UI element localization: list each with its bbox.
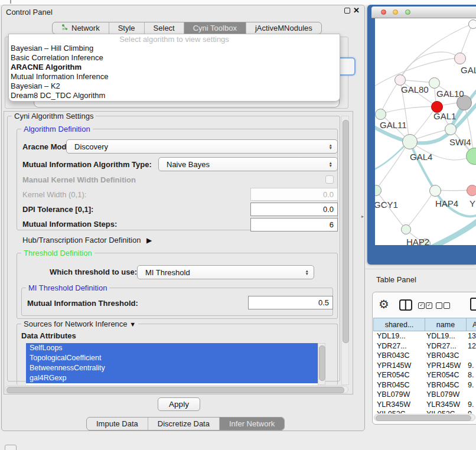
dropdown-item[interactable]: Bayesian – K2 xyxy=(9,81,340,91)
dropdown-item[interactable]: Dream8 DC_TDC Algorithm xyxy=(9,91,340,100)
sources-group-title[interactable]: Sources for Network Inference ▼ xyxy=(21,319,138,328)
cell-name: YLR345W xyxy=(426,400,460,410)
table-row[interactable]: YIL052C YIL052C 9 xyxy=(373,409,476,413)
cell-name: YER054C xyxy=(426,370,459,380)
dropdown-item[interactable]: Mutual Information Inference xyxy=(9,72,340,81)
table-hscrollbar[interactable] xyxy=(374,414,475,421)
bottom-left-partial-button[interactable] xyxy=(5,445,17,450)
network-node[interactable] xyxy=(445,123,457,135)
tab-select-label: Select xyxy=(154,24,175,32)
cell-value: 12 xyxy=(468,341,476,351)
network-node[interactable] xyxy=(468,19,476,29)
node-label: Y xyxy=(470,198,475,208)
expand-right-icon: ▶ xyxy=(146,236,152,244)
cell-value: 9. xyxy=(468,400,474,410)
tab-style-label: Style xyxy=(118,24,135,32)
mi-steps-label: Mutual Information Steps: xyxy=(22,220,117,229)
cell-shared-name: YBL079W xyxy=(377,390,410,400)
table-row[interactable]: YPR145W YPR145W 9. xyxy=(373,361,476,371)
mi-type-combo[interactable]: Naive Bayes ▲▼ xyxy=(158,157,338,171)
network-node[interactable] xyxy=(402,134,418,149)
table-row[interactable]: YER054C YER054C 8. xyxy=(373,370,476,380)
cell-name: YBL079W xyxy=(426,390,459,400)
mi-threshold-group-title: MI Threshold Definition xyxy=(26,283,109,292)
algorithm-definition-title: Algorithm Definition xyxy=(21,125,93,133)
settings-hscrollbar[interactable] xyxy=(5,386,348,393)
network-window-titlebar[interactable] xyxy=(371,6,476,18)
cell-name: YIL052C xyxy=(426,409,455,413)
cell-name: YDR27... xyxy=(426,341,457,351)
dropdown-prompt: Select algorithm to view settings xyxy=(9,34,340,44)
deselect-all-icon[interactable] xyxy=(436,302,450,309)
table-row[interactable]: YBR043C YBR043C xyxy=(373,351,476,361)
cell-name: YBR045C xyxy=(426,380,459,390)
dropdown-item-highlighted[interactable]: ARACNE Algorithm xyxy=(9,63,340,72)
column-header-name[interactable]: name xyxy=(425,318,467,331)
column-visibility-icon[interactable] xyxy=(399,299,412,311)
hub-definition-expander[interactable]: Hub/Transcription Factor Definition ▶ xyxy=(22,236,152,244)
minimize-traffic-light[interactable] xyxy=(393,9,398,15)
close-icon[interactable]: ✕ xyxy=(353,6,360,15)
which-threshold-combo[interactable]: MI Threshold ▲▼ xyxy=(137,265,314,279)
cell-value: 13 xyxy=(468,331,476,341)
table-row[interactable]: YBR045C YBR045C 9. xyxy=(373,380,476,390)
list-item[interactable]: BetweennessCentrality xyxy=(26,363,318,373)
select-all-icon[interactable]: ✓✓ xyxy=(418,302,432,309)
aracne-mode-value: Discovery xyxy=(74,142,108,151)
table-row[interactable]: YDR27... YDR27... 12 xyxy=(373,341,476,351)
kernel-width-field[interactable]: 0.0 xyxy=(250,188,338,201)
mi-steps-field[interactable]: 6 xyxy=(250,218,338,231)
tab-network[interactable]: Network xyxy=(53,22,109,34)
mi-threshold-field[interactable]: 0.5 xyxy=(248,296,333,309)
network-node[interactable] xyxy=(375,109,386,120)
cell-shared-name: YBR045C xyxy=(377,380,410,390)
float-icon[interactable] xyxy=(344,8,350,14)
network-node[interactable] xyxy=(429,77,440,89)
tab-style[interactable]: Style xyxy=(109,22,145,34)
tab-select[interactable]: Select xyxy=(145,22,184,34)
apply-button[interactable]: Apply xyxy=(158,397,200,411)
tab-jactivemnodules[interactable]: jActiveMNodules xyxy=(246,22,321,34)
zoom-traffic-light[interactable] xyxy=(405,9,410,15)
cell-value: 9 xyxy=(468,409,472,413)
tab-cyni-toolbox[interactable]: Cyni Toolbox xyxy=(184,22,246,34)
tab-discretize-data[interactable]: Discretize Data xyxy=(148,418,220,430)
node-label: GAL11 xyxy=(380,120,407,130)
network-tab-icon xyxy=(61,24,69,32)
column-header-shared[interactable]: shared... xyxy=(373,318,425,331)
partial-toolbar-icon[interactable] xyxy=(470,298,476,311)
table-row[interactable]: YBL079W YBL079W xyxy=(373,390,476,400)
tab-infer-network[interactable]: Infer Network xyxy=(220,418,284,430)
tab-impute-data-label: Impute Data xyxy=(96,419,138,428)
stepper-icon: ▲▼ xyxy=(329,161,332,167)
list-vscrollbar[interactable] xyxy=(318,343,325,385)
mi-type-value: Naive Bayes xyxy=(167,160,210,169)
split-pane-arrow-icon[interactable]: ▸ xyxy=(361,214,364,219)
top-strip xyxy=(0,0,476,5)
tab-impute-data[interactable]: Impute Data xyxy=(87,418,148,430)
table-row[interactable]: YDL19... YDL19... 13 xyxy=(373,331,476,341)
network-node[interactable] xyxy=(429,185,441,197)
network-node-salmon[interactable] xyxy=(467,185,476,196)
network-node[interactable] xyxy=(401,224,411,234)
node-label: GCY1 xyxy=(375,200,398,210)
list-item[interactable]: TopologicalCoefficient xyxy=(26,353,318,363)
table-panel-title: Table Panel xyxy=(376,275,416,284)
dpi-tolerance-field[interactable]: 0.0 xyxy=(250,203,338,216)
network-node[interactable] xyxy=(454,53,466,64)
network-canvas[interactable]: GAL GAL80 GAL10 GAL1 GAL11 SWI4 GAL4 GCY… xyxy=(375,18,476,245)
list-item[interactable]: SelfLoops xyxy=(26,343,318,353)
cyni-settings-group-title: Cyni Algorithm Settings xyxy=(12,112,96,120)
close-traffic-light[interactable] xyxy=(381,9,386,15)
dropdown-item[interactable]: Bayesian – Hill Climbing xyxy=(9,44,340,53)
manual-kernel-checkbox[interactable] xyxy=(325,175,334,184)
settings-vscrollbar[interactable] xyxy=(341,116,349,385)
dropdown-item[interactable]: Basic Correlation Inference xyxy=(9,53,340,63)
aracne-mode-combo[interactable]: Discovery ▲▼ xyxy=(66,139,338,154)
list-item[interactable]: gal4RGexp xyxy=(26,373,318,383)
table-row[interactable]: YLR345W YLR345W 9. xyxy=(373,400,476,410)
cell-shared-name: YLR345W xyxy=(377,400,410,410)
data-attributes-label: Data Attributes xyxy=(21,331,76,340)
table-settings-gear-icon[interactable]: ⚙ xyxy=(379,297,389,311)
column-header-partial[interactable]: A xyxy=(466,318,476,331)
